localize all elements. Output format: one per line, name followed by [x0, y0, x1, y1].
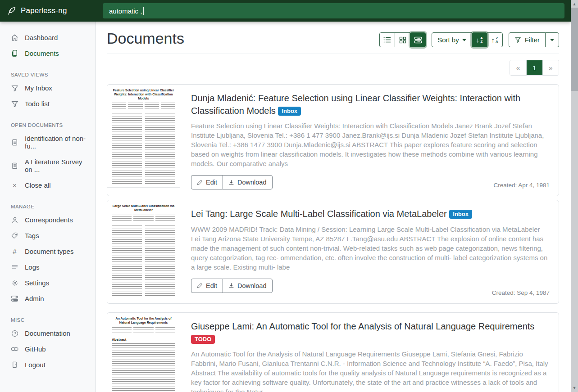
- file-text-icon: [11, 139, 18, 146]
- download-button[interactable]: Download: [223, 279, 273, 293]
- sidebar-section-open-documents: OPEN DOCUMENTS: [0, 121, 96, 130]
- hash-icon: #: [11, 248, 18, 255]
- document-actions: Edit Download: [191, 175, 273, 189]
- document-card: An Automatic Tool for the Analysis of Na…: [107, 312, 559, 392]
- documents-icon: [11, 50, 18, 57]
- door-icon: [11, 361, 18, 369]
- document-excerpt: WWW 2009 MADRID! Track: Data Mining / Se…: [191, 225, 550, 272]
- edit-button[interactable]: Edit: [191, 279, 223, 293]
- sidebar-item-settings[interactable]: Settings: [0, 275, 96, 291]
- tag-icon: [11, 232, 18, 239]
- sidebar-item-dashboard[interactable]: Dashboard: [0, 30, 96, 45]
- download-icon: [228, 180, 234, 185]
- sidebar-item-document-types[interactable]: # Document types: [0, 243, 96, 259]
- documents-toolbar: Sort by ↓AZ ↑ZA: [379, 32, 559, 47]
- search-value: automatic ,: [109, 7, 142, 15]
- download-icon: [228, 283, 234, 288]
- toggles-icon: [11, 295, 18, 302]
- document-excerpt: Feature Selection using Linear Classifie…: [191, 121, 550, 168]
- pencil-icon: [197, 283, 203, 288]
- sidebar-open-doc-1[interactable]: Identification of non-fu...: [0, 131, 96, 154]
- top-navbar: Paperless-ng automatic ,: [0, 0, 571, 22]
- sidebar-item-github[interactable]: GitHub: [0, 341, 96, 357]
- sidebar-item-logs[interactable]: Logs: [0, 259, 96, 275]
- leaf-logo-icon: [7, 6, 16, 15]
- gear-icon: [11, 279, 18, 287]
- close-icon: ×: [11, 181, 18, 189]
- document-title[interactable]: Giuseppe Lami: An Automatic Tool for the…: [191, 320, 550, 345]
- document-excerpt: An Automatic Tool for the Analysis of Na…: [191, 349, 550, 392]
- pagination: « 1 »: [510, 60, 559, 76]
- tag-badge[interactable]: Inbox: [449, 210, 472, 219]
- document-title[interactable]: Lei Tang: Large Scale Multi-Label Classi…: [191, 208, 550, 221]
- scrollbar-thumb[interactable]: [571, 8, 578, 91]
- sidebar-close-all[interactable]: × Close all: [0, 177, 96, 193]
- document-card: Large Scale Multi-Label Classification v…: [107, 200, 559, 304]
- sidebar-item-admin[interactable]: Admin: [0, 291, 96, 306]
- main-content: Documents: [96, 22, 571, 392]
- sidebar-section-misc: MISC: [0, 315, 96, 324]
- app-title: Paperless-ng: [21, 6, 67, 15]
- file-text-icon: [11, 162, 18, 170]
- chevron-down-icon: [462, 39, 466, 41]
- filter-group: Filter: [509, 32, 559, 47]
- title-divider: [107, 54, 559, 54]
- home-icon: [11, 34, 18, 41]
- created-date: Created: Apr 4, 1981: [493, 182, 550, 189]
- list-view-icon: [383, 36, 391, 43]
- document-card: Feature Selection using Linear Classifie…: [107, 84, 559, 196]
- funnel-icon: [11, 100, 18, 108]
- sidebar: Dashboard Documents SAVED VIEWS My Inbox…: [0, 22, 96, 392]
- link-icon: [11, 345, 18, 353]
- sidebar-item-logout[interactable]: Logout: [0, 357, 96, 373]
- funnel-icon: [514, 37, 521, 43]
- page-title: Documents: [107, 30, 184, 47]
- app-brand[interactable]: Paperless-ng: [0, 6, 96, 15]
- sidebar-section-saved-views: SAVED VIEWS: [0, 70, 96, 79]
- vertical-scrollbar[interactable]: ▲ ▼: [571, 0, 578, 392]
- sidebar-item-documentation[interactable]: Documentation: [0, 325, 96, 341]
- sidebar-item-tags[interactable]: Tags: [0, 228, 96, 243]
- question-circle-icon: [11, 329, 18, 337]
- view-toggle-group: [379, 32, 426, 47]
- document-thumbnail[interactable]: Large Scale Multi-Label Classification v…: [107, 200, 180, 303]
- sidebar-item-documents[interactable]: Documents: [0, 45, 96, 61]
- filter-button[interactable]: Filter: [509, 32, 546, 47]
- document-thumbnail[interactable]: Feature Selection using Linear Classifie…: [107, 85, 180, 188]
- details-view-icon: [414, 36, 422, 44]
- sidebar-item-todo-list[interactable]: Todo list: [0, 96, 96, 112]
- sort-group: Sort by ↓AZ ↑ZA: [432, 32, 503, 47]
- details-view-button[interactable]: [410, 32, 426, 47]
- sidebar-section-manage: MANAGE: [0, 202, 96, 211]
- tag-badge[interactable]: TODO: [191, 335, 215, 344]
- scroll-down-arrow-icon[interactable]: ▼: [571, 384, 578, 392]
- sidebar-open-doc-2[interactable]: A Literature Survey on ...: [0, 154, 96, 177]
- document-title[interactable]: Dunja Mladenić: Feature Selection using …: [191, 92, 550, 117]
- sidebar-item-my-inbox[interactable]: My Inbox: [0, 80, 96, 96]
- sidebar-item-correspondents[interactable]: Correspondents: [0, 212, 96, 228]
- grid-view-button[interactable]: [395, 32, 410, 47]
- sort-descending-button[interactable]: ↓AZ: [472, 32, 487, 47]
- pagination-prev-button[interactable]: «: [510, 60, 526, 75]
- document-actions: Edit Download: [191, 279, 273, 293]
- sort-by-dropdown[interactable]: Sort by: [432, 32, 472, 47]
- sort-ascending-icon: ↑ZA: [492, 36, 498, 44]
- pencil-icon: [197, 180, 203, 185]
- scroll-up-arrow-icon[interactable]: ▲: [571, 0, 578, 8]
- funnel-icon: [11, 84, 18, 92]
- chevron-down-icon: [550, 39, 554, 41]
- document-thumbnail[interactable]: An Automatic Tool for the Analysis of Na…: [107, 313, 180, 392]
- logs-icon: [11, 263, 18, 271]
- text-cursor: [143, 7, 144, 15]
- pagination-next-button[interactable]: »: [542, 60, 559, 75]
- tag-badge[interactable]: Inbox: [278, 107, 301, 116]
- edit-button[interactable]: Edit: [191, 175, 223, 189]
- download-button[interactable]: Download: [223, 175, 273, 189]
- sort-ascending-button[interactable]: ↑ZA: [487, 32, 503, 47]
- pagination-page-1[interactable]: 1: [526, 60, 542, 75]
- filter-dropdown-button[interactable]: [545, 32, 559, 47]
- grid-view-icon: [399, 36, 406, 44]
- search-input[interactable]: automatic ,: [103, 3, 564, 18]
- list-view-button[interactable]: [379, 32, 395, 47]
- person-icon: [11, 216, 18, 224]
